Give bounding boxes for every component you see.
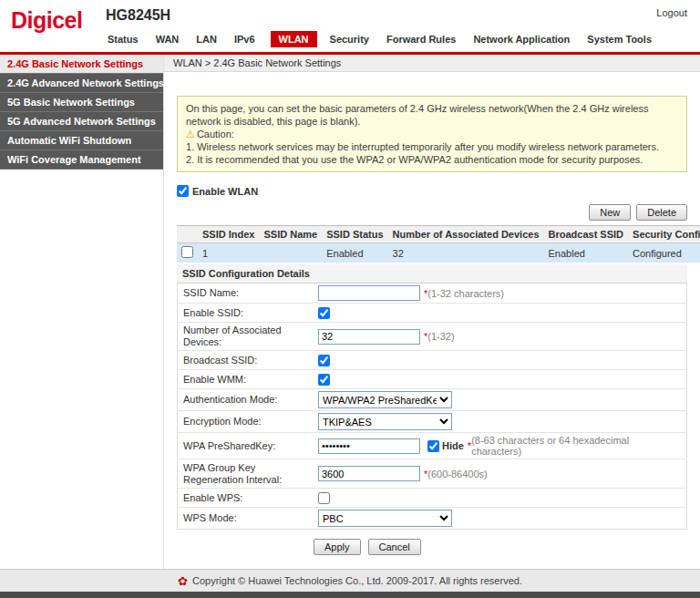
notice-intro: On this page, you can set the basic para…	[186, 102, 678, 128]
sidebar: 2.4G Basic Network Settings 2.4G Advance…	[0, 55, 164, 569]
enable-wps-checkbox[interactable]	[318, 492, 330, 504]
sidebar-item-wifi-coverage[interactable]: WiFi Coverage Management	[0, 150, 163, 170]
enable-wlan-row: Enable WLAN	[177, 185, 687, 197]
header-main: HG8245H Logout Status WAN LAN IPv6 WLAN …	[102, 0, 700, 52]
sidebar-item-5g-advanced[interactable]: 5G Advanced Network Settings	[0, 112, 163, 131]
apply-row: Apply Cancel	[177, 539, 687, 555]
encryption-mode-row: Encryption Mode: TKIP&AES	[178, 411, 686, 433]
wpa-psk-label: WPA PreSharedKey:	[183, 440, 318, 452]
details-title: SSID Configuration Details	[177, 264, 687, 284]
footer: ✿ Copyright © Huawei Technologies Co., L…	[0, 569, 700, 592]
wpa-psk-row: WPA PreSharedKey: Hide * (8-63 character…	[178, 433, 686, 459]
logout-link[interactable]: Logout	[656, 7, 687, 24]
huawei-logo-icon: ✿	[178, 574, 188, 588]
wpa-psk-hint: (8-63 characters or 64 hexadecimal chara…	[471, 435, 681, 457]
tab-ipv6[interactable]: IPv6	[232, 31, 257, 47]
notice-caution-row: ⚠Caution:	[186, 128, 678, 140]
group-key-interval-row: WPA Group Key Regeneration Interval: *(6…	[178, 459, 686, 489]
encryption-mode-select[interactable]: TKIP&AES	[318, 413, 452, 430]
row-security-config: Configured	[628, 243, 700, 263]
group-key-interval-label: WPA Group Key Regeneration Interval:	[183, 462, 318, 486]
apply-button[interactable]: Apply	[314, 539, 361, 555]
sidebar-item-24g-basic[interactable]: 2.4G Basic Network Settings	[0, 55, 163, 74]
new-button[interactable]: New	[589, 204, 631, 221]
tab-security[interactable]: Security	[328, 31, 371, 47]
cancel-button[interactable]: Cancel	[368, 539, 421, 555]
row-broadcast-ssid: Enabled	[544, 243, 629, 263]
sidebar-item-5g-basic[interactable]: 5G Basic Network Settings	[0, 93, 163, 112]
broadcast-ssid-row: Broadcast SSID:	[178, 351, 686, 370]
nav-tabs: Status WAN LAN IPv6 WLAN Security Forwar…	[102, 31, 700, 52]
wps-mode-row: WPS Mode: PBC	[178, 508, 686, 529]
ssid-name-hint: (1-32 characters)	[427, 288, 504, 299]
logo-wrap: Digicel	[0, 0, 102, 52]
row-assoc-devices: 32	[388, 243, 544, 263]
ssid-name-label: SSID Name:	[183, 287, 318, 299]
tab-lan[interactable]: LAN	[194, 31, 219, 47]
table-row[interactable]: 1 Enabled 32 Enabled Configured	[177, 243, 700, 263]
tab-system-tools[interactable]: System Tools	[585, 31, 654, 47]
notice-item-1: 1. Wireless network services may be inte…	[186, 140, 678, 153]
breadcrumb: WLAN > 2.4G Basic Network Settings	[164, 55, 700, 72]
tab-network-application[interactable]: Network Application	[471, 31, 571, 47]
hide-psk-wrap: Hide	[427, 440, 464, 452]
hide-psk-checkbox[interactable]	[427, 440, 439, 452]
enable-ssid-row: Enable SSID:	[178, 304, 686, 323]
notice-box: On this page, you can set the basic para…	[177, 96, 687, 172]
tab-wlan[interactable]: WLAN	[271, 31, 317, 47]
ssid-index-header: SSID Index	[198, 226, 259, 243]
model-row: HG8245H Logout	[102, 0, 700, 24]
sidebar-item-24g-advanced[interactable]: 2.4G Advanced Network Settings	[0, 74, 163, 93]
assoc-devices-row: Number of Associated Devices: * (1-32)	[178, 323, 686, 351]
ssid-table-checkbox-header	[177, 226, 198, 243]
encryption-mode-label: Encryption Mode:	[183, 416, 318, 428]
ssid-table: SSID Index SSID Name SSID Status Number …	[177, 225, 700, 263]
ssid-name-row: SSID Name: * (1-32 characters)	[178, 284, 686, 304]
main-panel: WLAN > 2.4G Basic Network Settings On th…	[164, 55, 700, 569]
notice-caution-label: Caution:	[197, 129, 234, 139]
ssid-status-header: SSID Status	[322, 226, 387, 243]
broadcast-ssid-checkbox[interactable]	[318, 355, 330, 366]
enable-ssid-label: Enable SSID:	[183, 307, 318, 319]
main-content: On this page, you can set the basic para…	[164, 72, 700, 555]
enable-wps-label: Enable WPS:	[183, 492, 318, 504]
wps-mode-label: WPS Mode:	[183, 512, 318, 524]
row-ssid-status: Enabled	[322, 243, 387, 263]
wps-mode-select[interactable]: PBC	[318, 510, 452, 527]
tab-status[interactable]: Status	[106, 31, 140, 47]
digicel-logo: Digicel	[11, 7, 102, 34]
enable-wlan-label: Enable WLAN	[192, 186, 258, 197]
group-key-interval-input[interactable]	[318, 466, 420, 481]
row-ssid-name	[259, 243, 322, 263]
content-row: 2.4G Basic Network Settings 2.4G Advance…	[0, 55, 700, 569]
sidebar-item-auto-wifi-shutdown[interactable]: Automatic WiFi Shutdown	[0, 131, 163, 150]
copyright-text: Copyright © Huawei Technologies Co., Ltd…	[192, 575, 522, 586]
row-ssid-index: 1	[198, 243, 259, 263]
ssid-table-header-row: SSID Index SSID Name SSID Status Number …	[177, 226, 700, 243]
tab-forward-rules[interactable]: Forward Rules	[385, 31, 458, 47]
delete-button[interactable]: Delete	[636, 204, 687, 221]
enable-wlan-checkbox[interactable]	[177, 185, 189, 197]
assoc-devices-input[interactable]	[318, 329, 420, 345]
enable-wmm-label: Enable WMM:	[183, 374, 318, 386]
hide-psk-label: Hide	[442, 440, 464, 451]
table-actions: New Delete	[177, 204, 687, 221]
header: Digicel HG8245H Logout Status WAN LAN IP…	[0, 0, 700, 52]
ssid-name-input[interactable]	[318, 285, 420, 301]
auth-mode-select[interactable]: WPA/WPA2 PreSharedKey	[318, 391, 452, 408]
enable-ssid-checkbox[interactable]	[318, 307, 330, 319]
assoc-devices-hint: (1-32)	[427, 331, 454, 342]
enable-wmm-row: Enable WMM:	[178, 370, 686, 389]
warning-icon: ⚠	[186, 129, 195, 139]
enable-wmm-checkbox[interactable]	[318, 374, 330, 386]
tab-wan[interactable]: WAN	[154, 31, 181, 47]
assoc-devices-label: Number of Associated Devices:	[183, 325, 318, 348]
ssid-name-header: SSID Name	[259, 226, 322, 243]
details-form: SSID Name: * (1-32 characters) Enable SS…	[177, 284, 687, 530]
device-model: HG8245H	[106, 7, 170, 24]
wpa-psk-input[interactable]	[318, 438, 420, 454]
broadcast-ssid-label: Broadcast SSID:	[183, 355, 318, 366]
assoc-devices-header: Number of Associated Devices	[388, 226, 544, 243]
auth-mode-row: Authentication Mode: WPA/WPA2 PreSharedK…	[178, 389, 686, 411]
row-select-checkbox[interactable]	[181, 246, 193, 258]
